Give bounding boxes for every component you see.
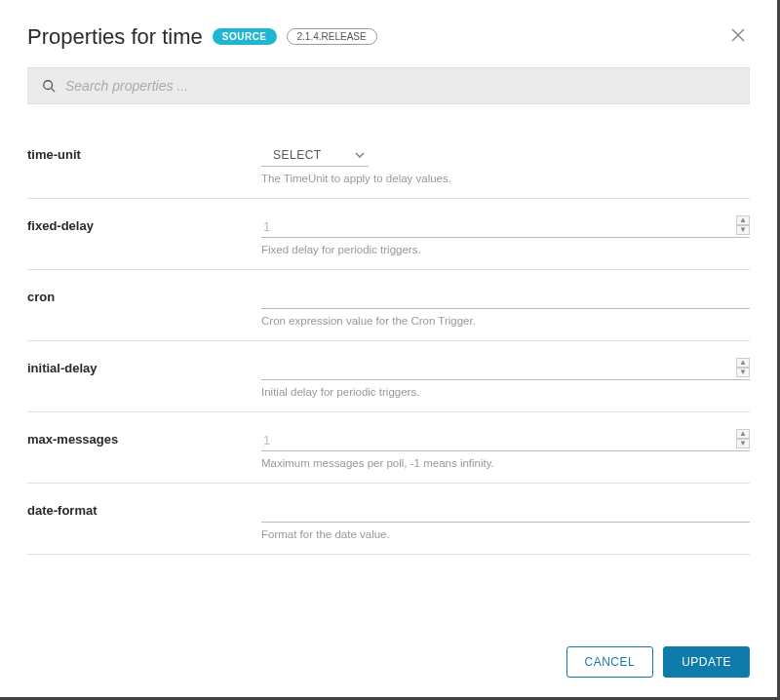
search-icon: [42, 79, 56, 93]
initial-delay-input[interactable]: [261, 359, 750, 380]
number-spinner[interactable]: ▲ ▼: [736, 358, 750, 377]
source-badge: SOURCE: [213, 28, 277, 45]
spinner-down-icon[interactable]: ▼: [736, 368, 750, 377]
property-row-max-messages: max-messages ▲ ▼ Maximum messages per po…: [27, 412, 750, 484]
property-description: Initial delay for periodic triggers.: [261, 386, 750, 398]
number-spinner[interactable]: ▲ ▼: [736, 215, 750, 235]
spinner-up-icon[interactable]: ▲: [736, 358, 750, 368]
property-label: time-unit: [27, 145, 261, 184]
property-label: max-messages: [27, 430, 261, 469]
property-description: Format for the date value.: [261, 528, 750, 540]
svg-line-3: [52, 89, 56, 93]
property-row-date-format: date-format Format for the date value.: [27, 484, 750, 555]
dialog-header: Properties for time SOURCE 2.1.4.RELEASE: [27, 23, 750, 50]
property-label: date-format: [27, 501, 261, 540]
properties-list: time-unit SELECT The TimeUnit to apply t…: [27, 128, 750, 631]
property-row-fixed-delay: fixed-delay ▲ ▼ Fixed delay for periodic…: [27, 199, 750, 270]
property-row-time-unit: time-unit SELECT The TimeUnit to apply t…: [27, 128, 750, 199]
spinner-down-icon[interactable]: ▼: [736, 225, 750, 235]
property-row-initial-delay: initial-delay ▲ ▼ Initial delay for peri…: [27, 341, 750, 412]
close-icon: [730, 27, 746, 43]
update-button[interactable]: Update: [663, 646, 750, 678]
dialog-title: Properties for time: [27, 24, 203, 50]
chevron-down-icon: [355, 150, 365, 160]
fixed-delay-input[interactable]: [261, 216, 750, 238]
property-description: Cron expression value for the Cron Trigg…: [261, 315, 750, 327]
version-badge: 2.1.4.RELEASE: [287, 28, 377, 45]
search-input[interactable]: [65, 78, 735, 94]
select-value: SELECT: [273, 148, 322, 162]
spinner-down-icon[interactable]: ▼: [736, 439, 750, 448]
time-unit-select[interactable]: SELECT: [261, 146, 369, 167]
property-description: Maximum messages per poll, -1 means infi…: [261, 457, 750, 469]
search-bar[interactable]: [27, 67, 750, 104]
dialog-footer: Cancel Update: [27, 631, 750, 697]
max-messages-input[interactable]: [261, 430, 750, 451]
property-label: initial-delay: [27, 359, 261, 398]
property-row-cron: cron Cron expression value for the Cron …: [27, 270, 750, 341]
property-label: fixed-delay: [27, 216, 261, 255]
close-button[interactable]: [726, 23, 750, 50]
date-format-input[interactable]: [261, 501, 750, 523]
property-label: cron: [27, 288, 261, 327]
cancel-button[interactable]: Cancel: [566, 646, 654, 678]
svg-point-2: [44, 81, 53, 90]
number-spinner[interactable]: ▲ ▼: [736, 429, 750, 448]
property-description: Fixed delay for periodic triggers.: [261, 244, 750, 255]
spinner-up-icon[interactable]: ▲: [736, 429, 750, 439]
property-description: The TimeUnit to apply to delay values.: [261, 173, 750, 184]
properties-dialog: Properties for time SOURCE 2.1.4.RELEASE…: [0, 0, 780, 700]
spinner-up-icon[interactable]: ▲: [736, 215, 750, 225]
cron-input[interactable]: [261, 288, 750, 309]
